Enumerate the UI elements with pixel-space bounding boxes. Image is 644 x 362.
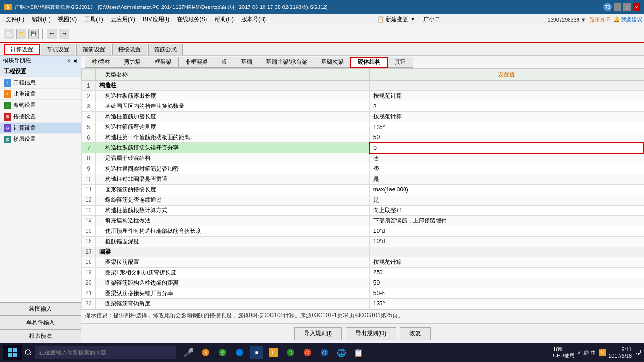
row-value-10[interactable]: 是 bbox=[369, 174, 644, 184]
maximize-button[interactable]: □ bbox=[623, 3, 631, 11]
row-value-16[interactable]: 10*d bbox=[369, 236, 644, 247]
tab-node-setup[interactable]: 节点设置 bbox=[41, 44, 75, 55]
bottom-buttons: 导入规则(I) 导出规则(O) 恢复 bbox=[81, 323, 644, 343]
sidebar-item-label: 计算设置 bbox=[13, 124, 36, 132]
taskbar-app-1[interactable]: 🎤 bbox=[182, 346, 195, 359]
report-view-button[interactable]: 报表预览 bbox=[0, 329, 81, 343]
row-value-4[interactable]: 按规范计算 bbox=[369, 112, 644, 122]
sidebar-item-hook[interactable]: ↗ 弯钩设置 bbox=[0, 100, 81, 111]
menu-user[interactable]: 广小二 bbox=[420, 15, 444, 25]
row-value-5[interactable]: 135° bbox=[369, 122, 644, 132]
tab-stirrup-setup[interactable]: 箍筋设置 bbox=[76, 44, 111, 55]
minimize-button[interactable]: — bbox=[614, 3, 621, 11]
table-row: 19 圈梁L形相交斜加筋弯折长度 250 bbox=[82, 267, 644, 278]
taskbar-app-6[interactable]: F bbox=[267, 346, 280, 359]
row-value-9[interactable]: 否 bbox=[369, 164, 644, 174]
restore-button[interactable]: 恢复 bbox=[400, 327, 431, 340]
sidebar-close-icon[interactable]: × ◄ bbox=[67, 58, 78, 64]
calc-tabs: 计算设置 节点设置 箍筋设置 搭接设置 箍筋公式 bbox=[0, 42, 644, 56]
tab-masonry[interactable]: 砌体结构 bbox=[350, 57, 388, 68]
tab-foundation[interactable]: 基础 bbox=[234, 57, 259, 68]
notification-icon[interactable]: 🗨 bbox=[635, 349, 641, 356]
sidebar-item-calc[interactable]: ⚙ 计算设置 bbox=[0, 123, 81, 134]
taskbar-app-2[interactable]: S bbox=[199, 346, 212, 359]
tab-other[interactable]: 其它 bbox=[388, 57, 413, 68]
row-name-12: 螺旋箍筋是否连续通过 bbox=[96, 195, 369, 205]
open-icon[interactable]: 📁 bbox=[16, 29, 26, 39]
row-value-8[interactable]: 否 bbox=[369, 153, 644, 164]
row-value-22[interactable]: 135° bbox=[369, 298, 644, 309]
row-value-21[interactable]: 50% bbox=[369, 288, 644, 298]
row-value-18[interactable]: 按规范计算 bbox=[369, 257, 644, 267]
tab-non-frame-beam[interactable]: 非框架梁 bbox=[178, 57, 215, 68]
systray-icons: ∧ 🔊 中 bbox=[578, 349, 596, 356]
undo-icon[interactable]: ↩ bbox=[47, 29, 57, 39]
project-info-icon: i bbox=[4, 79, 11, 87]
row-value-19[interactable]: 250 bbox=[369, 267, 644, 278]
sidebar-item-lap[interactable]: ⊞ 搭接设置 bbox=[0, 111, 81, 123]
svg-text:e: e bbox=[238, 350, 241, 355]
row-value-20[interactable]: 50 bbox=[369, 278, 644, 288]
menu-edit[interactable]: 编辑(E) bbox=[28, 15, 54, 25]
tab-lap-setup[interactable]: 搭接设置 bbox=[112, 44, 147, 55]
taskbar-search[interactable]: 在这里输入你要搜索的内容 bbox=[35, 346, 176, 359]
tab-foundation-beam[interactable]: 基础主梁/承台梁 bbox=[259, 57, 314, 68]
row-value-13[interactable]: 向上取整+1 bbox=[369, 205, 644, 215]
new-icon[interactable]: 📄 bbox=[4, 29, 14, 39]
menu-view[interactable]: 视图(V) bbox=[54, 15, 81, 25]
menu-cloud[interactable]: 云应用(Y) bbox=[107, 15, 139, 25]
menu-file[interactable]: 文件(F) bbox=[2, 15, 28, 25]
row-value-14[interactable]: 下部预留钢筋，上部预留埋件 bbox=[369, 215, 644, 226]
taskbar-app-edge[interactable]: e bbox=[233, 346, 246, 359]
tab-calc-setup[interactable]: 计算设置 bbox=[4, 44, 40, 55]
row-value-12[interactable]: 是 bbox=[369, 195, 644, 205]
tab-foundation-secondary[interactable]: 基础次梁 bbox=[314, 57, 351, 68]
menu-tools[interactable]: 工具(T) bbox=[81, 15, 107, 25]
close-button[interactable]: ✕ bbox=[633, 3, 640, 11]
tab-col-wall[interactable]: 柱/墙柱 bbox=[85, 57, 117, 68]
search-icon[interactable] bbox=[24, 346, 33, 359]
menu-new-change[interactable]: 📋 新建变更 ▼ bbox=[373, 15, 420, 25]
redo-icon[interactable]: ↪ bbox=[59, 29, 69, 39]
row-num-3: 3 bbox=[82, 101, 96, 112]
row-value-1 bbox=[369, 81, 644, 91]
menu-online[interactable]: 在线服务(S) bbox=[173, 15, 211, 25]
row-value-2[interactable]: 按规范计算 bbox=[369, 91, 644, 101]
taskbar-app-3[interactable]: @ bbox=[216, 346, 229, 359]
menu-bim[interactable]: BIM应用(I) bbox=[139, 15, 173, 25]
taskbar-app-8[interactable]: G bbox=[301, 346, 314, 359]
taskbar-app-5[interactable]: ■ bbox=[250, 346, 263, 359]
row-name-7: 构造柱纵筋搭接头错开百分率 bbox=[96, 143, 369, 153]
sidebar-item-ratio[interactable]: ≡ 比重设置 bbox=[0, 89, 81, 100]
start-button[interactable] bbox=[3, 345, 22, 360]
taskbar-app-9[interactable]: G bbox=[318, 346, 331, 359]
unit-input-button[interactable]: 单构件输入 bbox=[0, 316, 81, 329]
row-value-6[interactable]: 50 bbox=[369, 132, 644, 143]
taskbar-app-7[interactable]: G bbox=[284, 346, 297, 359]
tab-stirrup-formula[interactable]: 箍筋公式 bbox=[148, 44, 183, 55]
taskbar-app-10[interactable]: 🌐 bbox=[335, 346, 348, 359]
export-rules-button[interactable]: 导出规则(O) bbox=[346, 327, 396, 340]
import-rules-button[interactable]: 导入规则(I) bbox=[294, 327, 342, 340]
menu-version[interactable]: 版本号(B) bbox=[238, 15, 270, 25]
save-icon[interactable]: 💾 bbox=[28, 29, 39, 39]
row-value-7[interactable]: 0 bbox=[369, 143, 644, 153]
row-value-3[interactable]: 2 bbox=[369, 101, 644, 112]
row-value-15[interactable]: 10*d bbox=[369, 226, 644, 236]
row-value-11[interactable]: max(1ae,300) bbox=[369, 184, 644, 195]
ratio-icon: ≡ bbox=[4, 90, 11, 98]
taskbar-app-11[interactable]: 📋 bbox=[352, 346, 365, 359]
menu-help[interactable]: 帮助(H) bbox=[211, 15, 238, 25]
row-name-15: 使用预埋件时构造柱端部纵筋弯折长度 bbox=[96, 226, 369, 236]
draw-input-button[interactable]: 绘图输入 bbox=[0, 302, 81, 316]
row-name-22: 圈梁箍筋弯钩角度 bbox=[96, 298, 369, 309]
tab-shear-wall[interactable]: 剪力墙 bbox=[117, 57, 148, 68]
tab-frame-beam[interactable]: 框架梁 bbox=[148, 57, 179, 68]
tab-slab[interactable]: 板 bbox=[215, 57, 234, 68]
taskbar-app-icons: 🎤 S @ e ■ F G G G 🌐 📋 bbox=[182, 346, 365, 359]
sidebar-item-floor[interactable]: ▦ 楼层设置 bbox=[0, 134, 81, 145]
sidebar-item-project-info[interactable]: i 工程信息 bbox=[0, 77, 81, 89]
table-container[interactable]: 类型名称 设置值 1 构造柱 2 构造柱纵筋露出长度 按规范计 bbox=[81, 69, 644, 309]
toolbar: 📄 📁 💾 ↩ ↪ bbox=[0, 25, 644, 42]
table-row: 16 植筋锚固深度 10*d bbox=[82, 236, 644, 247]
